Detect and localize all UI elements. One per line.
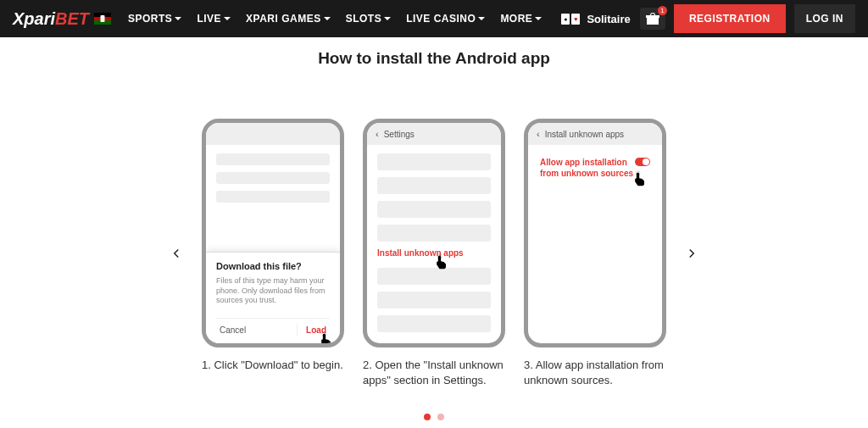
back-icon: ‹	[376, 129, 379, 139]
step-caption: 2. Open the "Install unknown apps" secti…	[363, 358, 505, 388]
allow-sources-toggle	[635, 158, 650, 166]
dialog-text: Files of this type may harm your phone. …	[216, 276, 330, 306]
step-caption: 3. Allow app installation from unknown s…	[524, 358, 666, 388]
chevron-down-icon	[224, 17, 231, 20]
install-unknown-apps-link: Install unknown apps	[377, 248, 491, 258]
dialog-title: Download this file?	[216, 261, 330, 271]
top-nav: XpariBET SPORTS LIVE XPARI GAMES SLOTS L…	[0, 0, 868, 37]
phone-mockup-2: ‹ Settings Install unknown apps	[363, 119, 505, 347]
cards-icon: ♠♥	[561, 14, 580, 25]
chevron-right-icon	[684, 246, 699, 261]
step-1: Download this file? Files of this type m…	[202, 119, 344, 373]
chevron-down-icon	[384, 17, 391, 20]
cancel-button: Cancel	[216, 324, 249, 336]
chevron-left-icon	[169, 246, 184, 261]
logo[interactable]: XpariBET	[13, 9, 111, 29]
carousel-next-button[interactable]	[676, 238, 707, 269]
step-2: ‹ Settings Install unknown apps	[363, 119, 505, 388]
load-button: Load	[297, 324, 330, 336]
login-button[interactable]: LOG IN	[794, 4, 855, 33]
header-actions: 1 REGISTRATION LOG IN	[640, 4, 855, 33]
page-dot-1[interactable]	[424, 414, 431, 420]
allow-installation-label: Allow app installation from unknown sour…	[540, 157, 635, 179]
install-steps-carousel: Download this file? Files of this type m…	[0, 119, 868, 388]
nav-live[interactable]: LIVE	[197, 13, 231, 25]
phone-mockup-3: ‹ Install unknown apps Allow app install…	[524, 119, 666, 347]
nav-solitaire[interactable]: ♠♥ Solitaire	[561, 13, 630, 25]
carousel-prev-button[interactable]	[161, 238, 192, 269]
logo-text-2: BET	[55, 9, 89, 29]
nav-xpari-games[interactable]: XPARI GAMES	[246, 13, 331, 25]
registration-button[interactable]: REGISTRATION	[674, 4, 786, 33]
nav-slots[interactable]: SLOTS	[346, 13, 392, 25]
screen-title: Install unknown apps	[545, 130, 624, 139]
chevron-down-icon	[324, 17, 331, 20]
back-icon: ‹	[537, 129, 540, 139]
steps-container: Download this file? Files of this type m…	[202, 119, 666, 388]
step-3: ‹ Install unknown apps Allow app install…	[524, 119, 666, 388]
screen-title: Settings	[384, 130, 415, 139]
nav-sports[interactable]: SPORTS	[128, 13, 181, 25]
chevron-down-icon	[175, 17, 181, 20]
chevron-down-icon	[478, 17, 485, 20]
page-title: How to install the Android app	[0, 49, 868, 68]
chevron-down-icon	[535, 17, 542, 20]
promotions-button[interactable]: 1	[640, 8, 665, 30]
nav-live-casino[interactable]: LIVE CASINO	[406, 13, 485, 25]
carousel-pagination	[0, 414, 868, 420]
logo-text-1: Xpari	[13, 9, 55, 29]
main-nav: SPORTS LIVE XPARI GAMES SLOTS LIVE CASIN…	[128, 13, 631, 25]
page-dot-2[interactable]	[437, 414, 444, 420]
notification-badge: 1	[658, 6, 667, 15]
step-caption: 1. Click "Download" to begin.	[202, 358, 344, 373]
download-dialog: Download this file? Files of this type m…	[206, 252, 340, 343]
nav-more[interactable]: MORE	[500, 13, 542, 25]
main-content: How to install the Android app Download …	[0, 37, 868, 420]
phone-mockup-1: Download this file? Files of this type m…	[202, 119, 344, 347]
gift-icon	[647, 13, 659, 25]
kenya-flag-icon	[94, 13, 111, 25]
